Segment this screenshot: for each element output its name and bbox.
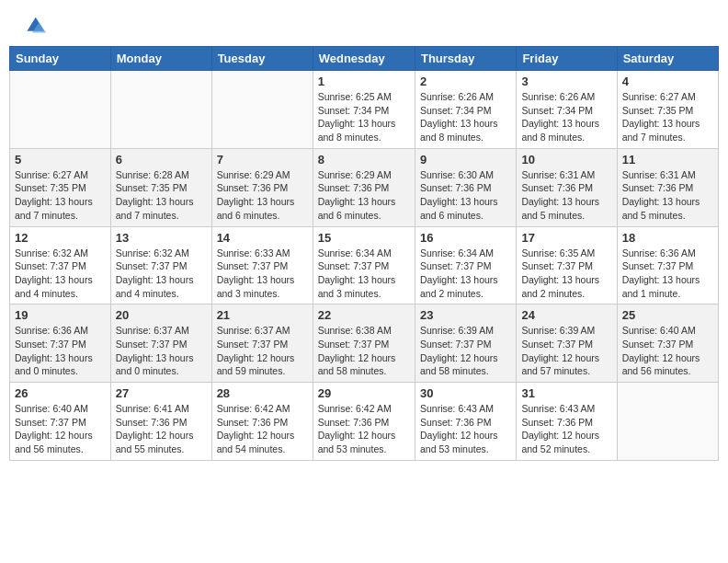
logo-icon xyxy=(20,14,46,40)
calendar-cell: 5Sunrise: 6:27 AM Sunset: 7:35 PM Daylig… xyxy=(10,148,111,226)
day-number: 21 xyxy=(217,308,308,322)
day-info: Sunrise: 6:39 AM Sunset: 7:37 PM Dayligh… xyxy=(420,324,511,378)
day-number: 8 xyxy=(318,153,410,167)
calendar-table: SundayMondayTuesdayWednesdayThursdayFrid… xyxy=(9,46,719,461)
day-number: 26 xyxy=(15,386,106,400)
day-number: 13 xyxy=(116,231,207,245)
day-number: 4 xyxy=(622,75,713,88)
day-info: Sunrise: 6:41 AM Sunset: 7:36 PM Dayligh… xyxy=(116,402,207,456)
day-number: 10 xyxy=(521,153,611,167)
day-info: Sunrise: 6:34 AM Sunset: 7:37 PM Dayligh… xyxy=(420,247,511,301)
day-number: 19 xyxy=(15,308,106,322)
day-info: Sunrise: 6:28 AM Sunset: 7:35 PM Dayligh… xyxy=(116,168,207,223)
weekday-header-row: SundayMondayTuesdayWednesdayThursdayFrid… xyxy=(10,47,719,71)
calendar-cell xyxy=(617,383,718,461)
day-number: 23 xyxy=(420,308,511,322)
calendar-cell: 4Sunrise: 6:27 AM Sunset: 7:35 PM Daylig… xyxy=(617,71,718,149)
day-info: Sunrise: 6:36 AM Sunset: 7:37 PM Dayligh… xyxy=(15,324,106,378)
day-number: 2 xyxy=(420,75,511,88)
calendar-cell: 6Sunrise: 6:28 AM Sunset: 7:35 PM Daylig… xyxy=(110,148,211,226)
day-info: Sunrise: 6:38 AM Sunset: 7:37 PM Dayligh… xyxy=(318,324,410,378)
calendar-cell: 1Sunrise: 6:25 AM Sunset: 7:34 PM Daylig… xyxy=(313,71,415,149)
calendar-cell: 2Sunrise: 6:26 AM Sunset: 7:34 PM Daylig… xyxy=(415,71,516,149)
day-number: 7 xyxy=(217,153,308,167)
calendar-week-row: 12Sunrise: 6:32 AM Sunset: 7:37 PM Dayli… xyxy=(10,226,719,304)
day-number: 18 xyxy=(622,231,713,245)
day-number: 25 xyxy=(622,308,713,322)
calendar-cell: 9Sunrise: 6:30 AM Sunset: 7:36 PM Daylig… xyxy=(415,148,516,226)
calendar-week-row: 1Sunrise: 6:25 AM Sunset: 7:34 PM Daylig… xyxy=(10,71,719,149)
calendar-cell: 27Sunrise: 6:41 AM Sunset: 7:36 PM Dayli… xyxy=(110,383,211,461)
calendar-cell: 24Sunrise: 6:39 AM Sunset: 7:37 PM Dayli… xyxy=(517,304,617,383)
day-info: Sunrise: 6:32 AM Sunset: 7:37 PM Dayligh… xyxy=(116,247,207,301)
calendar-week-row: 19Sunrise: 6:36 AM Sunset: 7:37 PM Dayli… xyxy=(10,304,719,383)
calendar-cell: 10Sunrise: 6:31 AM Sunset: 7:36 PM Dayli… xyxy=(517,148,617,226)
day-info: Sunrise: 6:43 AM Sunset: 7:36 PM Dayligh… xyxy=(521,402,611,456)
calendar-cell: 25Sunrise: 6:40 AM Sunset: 7:37 PM Dayli… xyxy=(617,304,718,383)
day-number: 14 xyxy=(217,231,308,245)
logo xyxy=(18,14,46,34)
day-number: 17 xyxy=(521,231,611,245)
calendar-week-row: 26Sunrise: 6:40 AM Sunset: 7:37 PM Dayli… xyxy=(10,383,719,461)
day-info: Sunrise: 6:42 AM Sunset: 7:36 PM Dayligh… xyxy=(318,402,410,456)
day-number: 15 xyxy=(318,231,410,245)
calendar-cell: 29Sunrise: 6:42 AM Sunset: 7:36 PM Dayli… xyxy=(313,383,415,461)
calendar-week-row: 5Sunrise: 6:27 AM Sunset: 7:35 PM Daylig… xyxy=(10,148,719,226)
calendar-cell: 26Sunrise: 6:40 AM Sunset: 7:37 PM Dayli… xyxy=(10,383,111,461)
calendar-cell: 12Sunrise: 6:32 AM Sunset: 7:37 PM Dayli… xyxy=(10,226,111,304)
day-info: Sunrise: 6:27 AM Sunset: 7:35 PM Dayligh… xyxy=(15,168,106,223)
day-info: Sunrise: 6:29 AM Sunset: 7:36 PM Dayligh… xyxy=(217,168,308,223)
day-number: 12 xyxy=(15,231,106,245)
day-number: 6 xyxy=(116,153,207,167)
calendar-cell: 7Sunrise: 6:29 AM Sunset: 7:36 PM Daylig… xyxy=(211,148,313,226)
calendar-cell: 31Sunrise: 6:43 AM Sunset: 7:36 PM Dayli… xyxy=(517,383,617,461)
day-number: 24 xyxy=(521,308,611,322)
calendar-cell: 22Sunrise: 6:38 AM Sunset: 7:37 PM Dayli… xyxy=(313,304,415,383)
day-info: Sunrise: 6:43 AM Sunset: 7:36 PM Dayligh… xyxy=(420,402,511,456)
day-info: Sunrise: 6:37 AM Sunset: 7:37 PM Dayligh… xyxy=(116,324,207,378)
day-number: 5 xyxy=(15,153,106,167)
day-info: Sunrise: 6:34 AM Sunset: 7:37 PM Dayligh… xyxy=(318,247,410,301)
day-info: Sunrise: 6:26 AM Sunset: 7:34 PM Dayligh… xyxy=(420,90,511,144)
day-number: 27 xyxy=(116,386,207,400)
weekday-header-monday: Monday xyxy=(110,47,211,71)
calendar-cell: 16Sunrise: 6:34 AM Sunset: 7:37 PM Dayli… xyxy=(415,226,516,304)
day-number: 28 xyxy=(217,386,308,400)
calendar-cell xyxy=(110,71,211,149)
calendar-cell: 14Sunrise: 6:33 AM Sunset: 7:37 PM Dayli… xyxy=(211,226,313,304)
calendar-cell xyxy=(211,71,313,149)
calendar-cell: 15Sunrise: 6:34 AM Sunset: 7:37 PM Dayli… xyxy=(313,226,415,304)
day-number: 16 xyxy=(420,231,511,245)
day-number: 29 xyxy=(318,386,410,400)
day-number: 31 xyxy=(521,386,611,400)
day-info: Sunrise: 6:42 AM Sunset: 7:36 PM Dayligh… xyxy=(217,402,308,456)
day-number: 1 xyxy=(318,75,410,88)
weekday-header-wednesday: Wednesday xyxy=(313,47,415,71)
day-number: 20 xyxy=(116,308,207,322)
day-info: Sunrise: 6:39 AM Sunset: 7:37 PM Dayligh… xyxy=(521,324,611,378)
calendar-cell: 17Sunrise: 6:35 AM Sunset: 7:37 PM Dayli… xyxy=(517,226,617,304)
day-info: Sunrise: 6:40 AM Sunset: 7:37 PM Dayligh… xyxy=(15,402,106,456)
weekday-header-saturday: Saturday xyxy=(617,47,718,71)
weekday-header-sunday: Sunday xyxy=(10,47,111,71)
calendar-cell: 18Sunrise: 6:36 AM Sunset: 7:37 PM Dayli… xyxy=(617,226,718,304)
day-info: Sunrise: 6:26 AM Sunset: 7:34 PM Dayligh… xyxy=(521,90,611,144)
calendar-cell: 30Sunrise: 6:43 AM Sunset: 7:36 PM Dayli… xyxy=(415,383,516,461)
calendar-cell: 20Sunrise: 6:37 AM Sunset: 7:37 PM Dayli… xyxy=(110,304,211,383)
calendar-cell: 8Sunrise: 6:29 AM Sunset: 7:36 PM Daylig… xyxy=(313,148,415,226)
weekday-header-tuesday: Tuesday xyxy=(211,47,313,71)
day-number: 30 xyxy=(420,386,511,400)
day-info: Sunrise: 6:29 AM Sunset: 7:36 PM Dayligh… xyxy=(318,168,410,223)
calendar-cell: 13Sunrise: 6:32 AM Sunset: 7:37 PM Dayli… xyxy=(110,226,211,304)
calendar-cell: 11Sunrise: 6:31 AM Sunset: 7:36 PM Dayli… xyxy=(617,148,718,226)
day-number: 9 xyxy=(420,153,511,167)
weekday-header-friday: Friday xyxy=(517,47,617,71)
calendar-cell xyxy=(10,71,111,149)
day-info: Sunrise: 6:35 AM Sunset: 7:37 PM Dayligh… xyxy=(521,247,611,301)
day-info: Sunrise: 6:31 AM Sunset: 7:36 PM Dayligh… xyxy=(521,168,611,223)
day-info: Sunrise: 6:25 AM Sunset: 7:34 PM Dayligh… xyxy=(318,90,410,144)
day-number: 3 xyxy=(521,75,611,88)
day-number: 22 xyxy=(318,308,410,322)
day-number: 11 xyxy=(622,153,713,167)
day-info: Sunrise: 6:30 AM Sunset: 7:36 PM Dayligh… xyxy=(420,168,511,223)
